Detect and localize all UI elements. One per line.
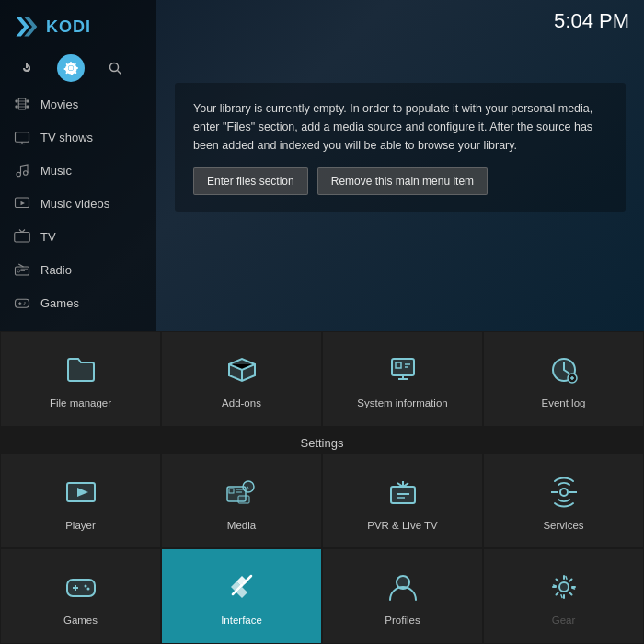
tv-icon xyxy=(13,227,31,246)
app-title: KODI xyxy=(46,17,91,37)
gear-icon xyxy=(544,567,584,607)
services-item[interactable]: Services xyxy=(484,454,643,548)
time-display: 5:04 PM xyxy=(554,9,629,33)
top-icon-bar xyxy=(0,49,156,87)
svg-point-3 xyxy=(109,63,118,71)
pvr-livetv-item[interactable]: PVR & Live TV xyxy=(323,454,482,548)
search-icon xyxy=(109,62,122,75)
svg-rect-52 xyxy=(238,496,249,503)
games-settings-item[interactable]: Games xyxy=(1,549,160,643)
main-content: 5:04 PM Your library is currently empty.… xyxy=(156,0,644,331)
services-icon xyxy=(544,472,584,512)
tvshows-icon xyxy=(13,128,31,146)
top-section: KODI xyxy=(0,0,644,331)
radio-label: Radio xyxy=(40,263,72,277)
musicvideos-label: Music videos xyxy=(40,197,109,211)
games-label: Games xyxy=(40,296,79,310)
services-label: Services xyxy=(543,520,583,531)
games-settings-icon xyxy=(61,567,101,607)
library-actions: Enter files section Remove this main men… xyxy=(193,167,607,195)
event-log-label: Event log xyxy=(542,397,586,408)
svg-point-31 xyxy=(24,302,26,304)
svg-point-63 xyxy=(84,585,86,588)
svg-point-2 xyxy=(69,66,74,71)
player-settings-item[interactable]: Player xyxy=(1,454,160,548)
pvr-livetv-icon xyxy=(383,472,423,512)
movies-label: Movies xyxy=(40,98,78,111)
sidebar-item-movies[interactable]: Movies xyxy=(0,87,156,121)
svg-point-17 xyxy=(24,171,29,176)
svg-rect-5 xyxy=(16,100,18,103)
search-button[interactable] xyxy=(101,54,129,82)
enter-files-button[interactable]: Enter files section xyxy=(193,167,308,195)
svg-rect-6 xyxy=(27,100,29,103)
settings-header: Settings xyxy=(0,431,644,452)
media-settings-item[interactable]: ♪ Media xyxy=(162,454,321,548)
interface-label: Interface xyxy=(221,615,262,626)
power-icon xyxy=(19,61,34,75)
svg-rect-13 xyxy=(16,132,29,143)
svg-point-57 xyxy=(560,489,568,496)
file-manager-label: File manager xyxy=(50,397,111,408)
gear-label: Gear xyxy=(552,615,576,626)
svg-point-68 xyxy=(559,582,569,592)
media-label: Media xyxy=(227,520,256,531)
bottom-section: File manager Add-ons xyxy=(0,331,644,644)
radio-icon xyxy=(13,260,31,279)
svg-rect-8 xyxy=(27,106,29,109)
grid-row-middle: Player ♪ Media xyxy=(0,454,644,549)
library-message-box: Your library is currently empty. In orde… xyxy=(175,83,626,212)
sidebar-item-tv[interactable]: TV xyxy=(0,220,156,253)
tvshows-label: TV shows xyxy=(40,131,93,144)
svg-rect-7 xyxy=(16,106,18,109)
music-icon xyxy=(13,161,31,179)
svg-point-64 xyxy=(86,588,89,591)
player-icon xyxy=(61,472,101,512)
file-manager-item[interactable]: File manager xyxy=(1,332,160,426)
profiles-icon xyxy=(383,567,423,607)
sidebar-item-radio[interactable]: Radio xyxy=(0,253,156,286)
player-label: Player xyxy=(65,520,96,531)
svg-line-4 xyxy=(117,70,121,74)
sidebar-item-tvshows[interactable]: TV shows xyxy=(0,121,156,154)
event-log-item[interactable]: Event log xyxy=(484,332,643,426)
music-label: Music xyxy=(40,164,72,178)
svg-point-16 xyxy=(17,172,21,177)
system-information-icon xyxy=(383,350,423,390)
movies-icon xyxy=(13,95,31,113)
library-message-text: Your library is currently empty. In orde… xyxy=(193,99,607,155)
profiles-item[interactable]: Profiles xyxy=(323,549,482,643)
file-manager-icon xyxy=(61,350,101,390)
system-information-label: System information xyxy=(357,397,447,408)
media-icon: ♪ xyxy=(222,472,262,512)
sidebar-item-musicvideos[interactable]: Music videos xyxy=(0,187,156,220)
power-button[interactable] xyxy=(13,54,40,82)
tv-label: TV xyxy=(40,230,56,244)
pvr-livetv-label: PVR & Live TV xyxy=(367,520,438,531)
sidebar-item-music[interactable]: Music xyxy=(0,154,156,187)
interface-icon xyxy=(222,567,262,607)
kodi-logo-icon xyxy=(13,14,39,40)
games-settings-label: Games xyxy=(63,615,98,626)
sidebar-item-games[interactable]: Games xyxy=(0,286,156,319)
sidebar: KODI xyxy=(0,0,156,331)
svg-marker-19 xyxy=(21,201,26,206)
grid-row-bottom: Games Interface Profiles xyxy=(0,548,644,644)
interface-item[interactable]: Interface xyxy=(162,549,321,643)
gear-item[interactable]: Gear xyxy=(484,549,643,643)
svg-rect-28 xyxy=(16,299,29,307)
svg-rect-20 xyxy=(15,233,30,243)
settings-divider: Settings xyxy=(0,427,644,454)
event-log-icon xyxy=(544,350,584,390)
kodi-header: KODI xyxy=(0,5,156,49)
system-information-item[interactable]: System information xyxy=(323,332,482,426)
profiles-label: Profiles xyxy=(385,615,420,626)
svg-text:♪: ♪ xyxy=(246,484,249,492)
settings-button[interactable] xyxy=(57,54,85,82)
musicvideos-icon xyxy=(13,194,31,213)
add-ons-item[interactable]: Add-ons xyxy=(162,332,321,426)
add-ons-label: Add-ons xyxy=(222,397,261,408)
svg-rect-60 xyxy=(67,580,95,596)
svg-point-32 xyxy=(24,304,26,305)
remove-menu-item-button[interactable]: Remove this main menu item xyxy=(317,167,488,195)
